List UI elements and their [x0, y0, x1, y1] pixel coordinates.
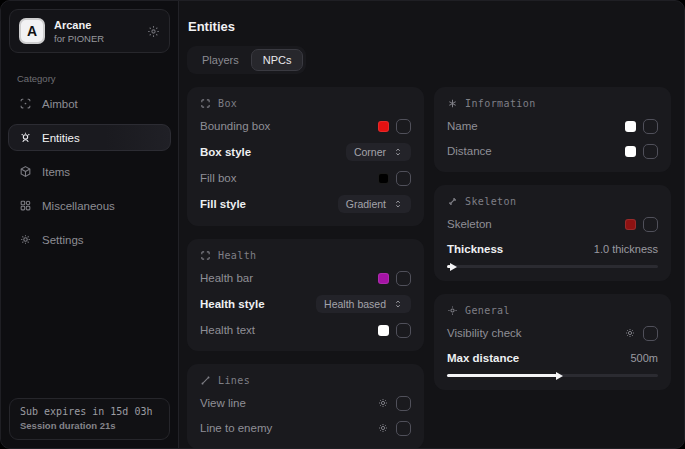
app-subtitle: for PIONER	[54, 33, 104, 44]
tab-players[interactable]: Players	[190, 49, 251, 71]
row-label: Name	[447, 120, 478, 132]
row-label: Health bar	[200, 272, 253, 284]
gear-icon[interactable]	[624, 327, 636, 339]
max-distance-value: 500m	[630, 352, 658, 364]
color-swatch[interactable]	[625, 219, 636, 230]
row-label: Skeleton	[447, 218, 492, 230]
tab-bar: Players NPCs	[187, 46, 306, 74]
card-title: General	[465, 305, 510, 316]
unfold-icon	[393, 199, 403, 209]
brightness-icon	[447, 305, 458, 316]
row-label: Fill style	[200, 198, 246, 210]
sidebar-item-label: Settings	[42, 234, 84, 246]
fill-style-dropdown[interactable]: Gradient	[338, 195, 411, 213]
line-icon	[200, 375, 211, 386]
checkbox[interactable]	[396, 396, 411, 411]
category-label: Category	[17, 73, 178, 84]
sidebar-nav: Aimbot Entities Items Miscellaneous Sett…	[1, 87, 178, 257]
row-name: Name	[447, 118, 658, 134]
card-health-header: Health	[200, 250, 411, 261]
row-label: Distance	[447, 145, 492, 157]
card-information-header: Information	[447, 98, 658, 109]
card-information: Information Name Distance	[434, 87, 671, 172]
row-max-distance: Max distance 500m	[447, 350, 658, 366]
box-style-dropdown[interactable]: Corner	[346, 143, 411, 161]
logo-card: A Arcane for PIONER	[9, 9, 170, 53]
row-line-to-enemy: Line to enemy	[200, 420, 411, 436]
checkbox[interactable]	[643, 119, 658, 134]
subscription-card: Sub expires in 15d 03h Session duration …	[9, 398, 170, 440]
color-swatch[interactable]	[378, 173, 389, 184]
checkbox[interactable]	[396, 171, 411, 186]
package-icon	[19, 165, 32, 178]
checkbox[interactable]	[643, 144, 658, 159]
health-style-dropdown[interactable]: Health based	[316, 295, 411, 313]
sidebar-item-items[interactable]: Items	[8, 158, 171, 185]
row-skeleton: Skeleton	[447, 216, 658, 232]
sidebar-item-aimbot[interactable]: Aimbot	[8, 90, 171, 117]
sidebar-item-settings[interactable]: Settings	[8, 226, 171, 253]
max-distance-slider[interactable]	[447, 374, 658, 377]
color-swatch[interactable]	[378, 325, 389, 336]
sidebar-item-entities[interactable]: Entities	[8, 124, 171, 151]
card-title: Lines	[218, 375, 250, 386]
row-view-line: View line	[200, 395, 411, 411]
gear-icon[interactable]	[377, 397, 389, 409]
card-lines-header: Lines	[200, 375, 411, 386]
scan-icon	[19, 97, 32, 110]
sidebar-item-label: Items	[42, 166, 70, 178]
card-skeleton-header: Skeleton	[447, 196, 658, 207]
sidebar-item-label: Entities	[42, 132, 80, 144]
card-box: Box Bounding box Box style Corner	[187, 87, 424, 226]
asterisk-icon	[447, 98, 458, 109]
row-health-text: Health text	[200, 322, 411, 338]
color-swatch[interactable]	[625, 121, 636, 132]
row-visibility-check: Visibility check	[447, 325, 658, 341]
slider-handle[interactable]	[450, 263, 457, 271]
slider-handle[interactable]	[556, 372, 563, 380]
card-box-header: Box	[200, 98, 411, 109]
checkbox[interactable]	[643, 326, 658, 341]
row-label: Max distance	[447, 352, 519, 364]
dropdown-value: Health based	[324, 298, 386, 310]
app-title: Arcane	[54, 19, 104, 31]
color-swatch[interactable]	[625, 146, 636, 157]
thickness-slider[interactable]	[447, 265, 658, 268]
row-health-style: Health style Health based	[200, 295, 411, 313]
sidebar-item-miscellaneous[interactable]: Miscellaneous	[8, 192, 171, 219]
row-label: Bounding box	[200, 120, 270, 132]
checkbox[interactable]	[396, 421, 411, 436]
color-swatch[interactable]	[378, 121, 389, 132]
sub-expiry-text: Sub expires in 15d 03h	[20, 406, 159, 417]
app-window: A Arcane for PIONER Category Aimbot Enti…	[0, 0, 685, 449]
gear-icon[interactable]	[147, 25, 160, 38]
main-panel: Entities Players NPCs Box Bounding box	[179, 1, 684, 448]
tab-npcs[interactable]: NPCs	[251, 49, 304, 71]
gear-icon[interactable]	[377, 422, 389, 434]
card-title: Health	[218, 250, 257, 261]
row-label: Health text	[200, 324, 255, 336]
card-title: Information	[465, 98, 536, 109]
card-general: General Visibility check Max distance 50…	[434, 294, 671, 390]
card-skeleton: Skeleton Skeleton Thickness 1.0 thicknes…	[434, 185, 671, 281]
checkbox[interactable]	[396, 323, 411, 338]
dropdown-value: Gradient	[346, 198, 386, 210]
checkbox[interactable]	[643, 217, 658, 232]
checkbox[interactable]	[396, 271, 411, 286]
card-general-header: General	[447, 305, 658, 316]
row-fill-style: Fill style Gradient	[200, 195, 411, 213]
dropdown-value: Corner	[354, 146, 386, 158]
color-swatch[interactable]	[378, 273, 389, 284]
row-thickness: Thickness 1.0 thickness	[447, 241, 658, 257]
checkbox[interactable]	[396, 119, 411, 134]
sidebar: A Arcane for PIONER Category Aimbot Enti…	[1, 1, 179, 448]
row-label: Fill box	[200, 172, 236, 184]
thickness-value: 1.0 thickness	[594, 243, 658, 255]
row-label: Box style	[200, 146, 251, 158]
card-health: Health Health bar Health style Health ba…	[187, 239, 424, 351]
card-lines: Lines View line Line to enemy	[187, 364, 424, 449]
row-label: Thickness	[447, 243, 503, 255]
row-label: Health style	[200, 298, 265, 310]
slider-fill	[447, 374, 557, 377]
sidebar-item-label: Miscellaneous	[42, 200, 115, 212]
